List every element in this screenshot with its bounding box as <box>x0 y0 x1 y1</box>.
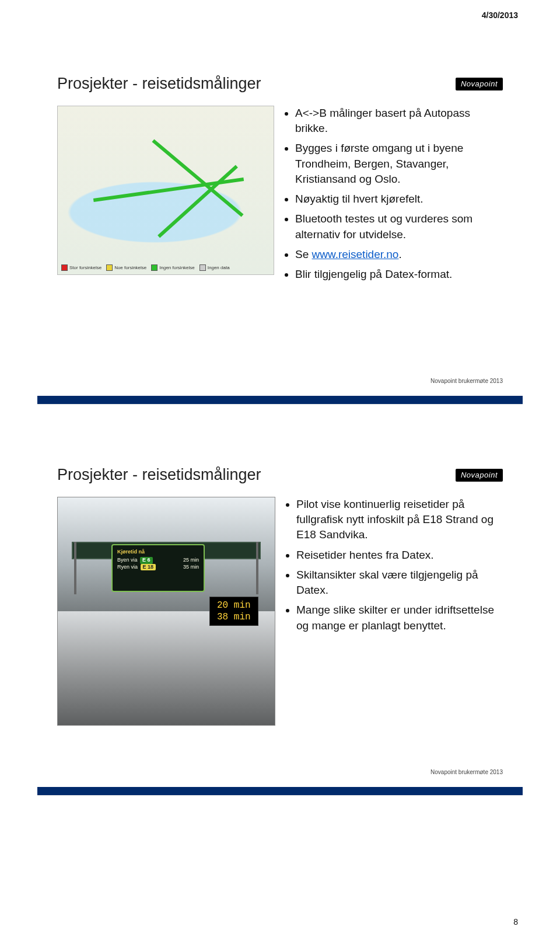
novapoint-logo: Novapoint <box>456 78 503 90</box>
bullet: Se www.reisetider.no. <box>295 247 503 262</box>
slide-1-bullets: A<->B målinger basert på Autopass brikke… <box>285 106 503 287</box>
slide-2-wrap: Prosjekter - reisetidsmålinger Novapoint… <box>37 451 523 795</box>
page: 4/30/2013 Prosjekter - reisetidsmålinger… <box>0 0 560 937</box>
bullet: Skiltansikter skal være tilgjengelig på … <box>296 567 503 598</box>
legend-ingen-data: Ingen data <box>208 265 230 270</box>
reisetider-link[interactable]: www.reisetider.no <box>312 248 399 260</box>
slide-1-title-row: Prosjekter - reisetidsmålinger Novapoint <box>57 75 503 93</box>
slide-1-body: Stor forsinkelse Noe forsinkelse Ingen f… <box>57 106 503 287</box>
bullet: Blir tilgjengelig på Datex-format. <box>295 267 503 282</box>
gantry-leg <box>74 542 76 594</box>
slide-1-footer: Novapoint brukermøte 2013 <box>430 378 503 384</box>
slide-2: Prosjekter - reisetidsmålinger Novapoint… <box>37 451 523 795</box>
slide-1: Prosjekter - reisetidsmålinger Novapoint… <box>37 60 523 404</box>
bullet: Bluetooth testes ut og vurderes som alte… <box>295 211 503 242</box>
legend-stor: Stor forsinkelse <box>69 265 102 270</box>
map-water <box>58 170 274 246</box>
sign-time: 35 min <box>183 564 199 570</box>
route-e6-badge: E 6 <box>140 557 153 563</box>
road-photo: Kjøretid nå Byen via E 6 25 min Ryen via… <box>57 497 275 726</box>
traffic-map: Stor forsinkelse Noe forsinkelse Ingen f… <box>57 106 274 275</box>
legend-ingen-fors: Ingen forsinkelse <box>159 265 194 270</box>
bullet: Mange slike skilter er under idriftsette… <box>296 602 503 633</box>
slide-2-title: Prosjekter - reisetidsmålinger <box>57 466 261 484</box>
novapoint-logo: Novapoint <box>456 469 503 482</box>
legend-noe: Noe forsinkelse <box>114 265 146 270</box>
bullet: A<->B målinger basert på Autopass brikke… <box>295 106 503 136</box>
page-number: 8 <box>513 917 518 926</box>
bullet-text: Se <box>295 248 312 260</box>
led-line: 38 min <box>217 611 251 623</box>
bullet: Reisetider hentes fra Datex. <box>296 548 503 563</box>
slide-2-footer: Novapoint brukermøte 2013 <box>430 769 503 775</box>
bullet: Pilot vise kontinuerlig reisetider på fu… <box>296 497 503 543</box>
slide-1-title: Prosjekter - reisetidsmålinger <box>57 75 261 93</box>
map-legend: Stor forsinkelse Noe forsinkelse Ingen f… <box>61 264 230 271</box>
page-date: 4/30/2013 <box>482 11 518 20</box>
photo-bottom <box>58 611 275 725</box>
route-e18-badge: E 18 <box>141 564 156 570</box>
slide-2-bullets: Pilot vise kontinuerlig reisetider på fu… <box>286 497 503 726</box>
slide-2-title-row: Prosjekter - reisetidsmålinger Novapoint <box>57 466 503 484</box>
travel-time-sign: Kjøretid nå Byen via E 6 25 min Ryen via… <box>111 544 205 592</box>
bullet-text: . <box>398 248 401 260</box>
sign-heading: Kjøretid nå <box>117 549 199 555</box>
led-line: 20 min <box>217 600 251 611</box>
sign-dest: Byen via <box>117 557 138 563</box>
gantry-leg <box>256 542 258 594</box>
led-overlay-sign: 20 min 38 min <box>209 597 258 626</box>
bullet: Nøyaktig til hvert kjørefelt. <box>295 191 503 207</box>
bullet: Bygges i første omgang ut i byene Trondh… <box>295 141 503 187</box>
sign-dest: Ryen via <box>117 564 138 570</box>
sign-time: 25 min <box>183 557 199 563</box>
slide-1-wrap: Prosjekter - reisetidsmålinger Novapoint… <box>37 60 523 404</box>
slide-2-body: Kjøretid nå Byen via E 6 25 min Ryen via… <box>57 497 503 726</box>
